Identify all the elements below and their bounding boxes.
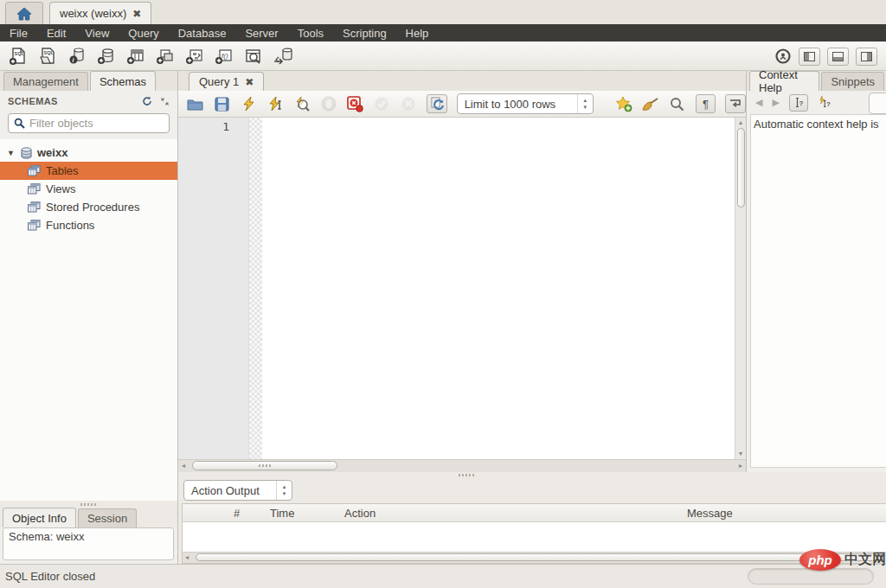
output-scroll-left-icon[interactable]: ◂ [185, 554, 189, 561]
save-icon[interactable] [214, 95, 231, 112]
menu-item-scripting[interactable]: Scripting [333, 25, 396, 42]
scroll-down-icon[interactable]: ▾ [739, 451, 742, 457]
output-col-num[interactable]: # [228, 507, 264, 520]
save-snippet-icon[interactable] [615, 95, 632, 112]
output-selector-dropdown[interactable]: Action Output ▴▾ [183, 480, 292, 501]
toggle-left-panel-button[interactable] [799, 48, 820, 66]
collapse-panel-icon[interactable] [160, 97, 170, 106]
tab-object-info[interactable]: Object Info [3, 508, 76, 527]
tab-schemas[interactable]: Schemas [90, 71, 156, 91]
toggle-bottom-panel-button[interactable] [827, 48, 849, 66]
filter-input[interactable] [29, 117, 164, 130]
tree-node-views[interactable]: Views [0, 180, 177, 198]
tree-node-stored-procedures[interactable]: Stored Procedures [0, 198, 177, 216]
context-help-at-cursor-button[interactable]: ? [789, 94, 808, 112]
create-schema-icon[interactable] [95, 45, 118, 67]
scroll-left-icon[interactable]: ◂ [182, 463, 185, 470]
status-text: SQL Editor closed [5, 570, 95, 583]
execute-current-statement-icon[interactable] [266, 95, 284, 112]
upper-area: Query 1 ✖ [178, 71, 886, 472]
editor-toolbar: Limit to 1000 rows ▴▾ [178, 91, 746, 118]
help-extra-button[interactable] [869, 93, 886, 114]
output-table-body[interactable] [183, 522, 886, 552]
line-number: 1 [222, 120, 229, 133]
search-data-icon[interactable] [242, 45, 265, 67]
connection-tab[interactable]: weixx (weixx) ✖ [49, 2, 151, 24]
scroll-up-icon[interactable]: ▴ [739, 119, 742, 126]
help-forward-icon[interactable]: ▶ [772, 97, 779, 108]
sql-editor[interactable]: 1 ▴ ▾ [178, 118, 746, 459]
output-col-time[interactable]: Time [264, 507, 338, 520]
automatic-context-help-icon[interactable]: ? [818, 96, 831, 109]
execute-icon[interactable] [241, 95, 258, 112]
inspector-icon[interactable]: i [66, 45, 88, 67]
query-tab[interactable]: Query 1 ✖ [189, 72, 264, 91]
open-sql-script-icon[interactable]: SQL [36, 45, 59, 67]
output-horizontal-scrollbar[interactable]: ◂ [183, 552, 886, 563]
output-section: Action Output ▴▾ # Time Action Message [178, 477, 886, 564]
output-col-action[interactable]: Action [338, 507, 681, 520]
bottom-panel-glyph [832, 52, 844, 61]
views-icon [28, 183, 41, 195]
create-view-icon[interactable] [154, 45, 177, 67]
open-file-icon[interactable] [187, 95, 204, 112]
editor-horizontal-scrollbar[interactable]: ◂ ▸ [178, 459, 746, 472]
editor-text-area[interactable] [262, 118, 735, 459]
expander-icon[interactable]: ▼ [7, 149, 16, 157]
create-procedure-icon[interactable] [183, 45, 206, 67]
toggle-right-panel-button[interactable] [856, 48, 877, 66]
home-tab[interactable] [5, 2, 43, 24]
menu-item-tools[interactable]: Tools [288, 25, 333, 42]
dropdown-spinner-icon[interactable]: ▴▾ [577, 94, 593, 113]
toggle-wrap-button[interactable] [725, 94, 746, 113]
tree-node-functions[interactable]: Functions [0, 216, 177, 234]
close-icon[interactable]: ✖ [132, 9, 141, 19]
tree-node-tables[interactable]: Tables [0, 162, 177, 180]
toggle-autocommit-button[interactable] [427, 94, 447, 113]
limit-rows-value: Limit to 1000 rows [465, 98, 556, 111]
create-function-icon[interactable]: f() [213, 45, 235, 67]
watermark-text: 中文网 [844, 551, 886, 569]
menu-item-server[interactable]: Server [235, 25, 287, 42]
output-col-message[interactable]: Message [681, 507, 886, 520]
menu-item-view[interactable]: View [75, 25, 119, 42]
search-icon [14, 118, 25, 129]
create-table-icon[interactable] [125, 45, 147, 67]
find-icon[interactable] [669, 95, 686, 112]
limit-rows-dropdown[interactable]: Limit to 1000 rows ▴▾ [457, 93, 594, 114]
menu-item-query[interactable]: Query [119, 25, 168, 42]
query-tab-close-icon[interactable]: ✖ [245, 77, 254, 87]
sidebar-tabs: Management Schemas [0, 71, 177, 91]
rollback-icon [400, 95, 417, 112]
stop-on-error-toggle-icon[interactable] [347, 95, 364, 112]
new-sql-tab-icon[interactable]: SQL [7, 45, 29, 67]
schemas-header-label: SCHEMAS [8, 96, 58, 106]
beautify-icon[interactable] [642, 95, 659, 112]
right-panel-glyph [861, 52, 872, 61]
editor-vertical-scrollbar[interactable]: ▴ ▾ [735, 118, 746, 459]
filter-row [0, 112, 177, 139]
output-selector-spinner-icon[interactable]: ▴▾ [276, 481, 292, 500]
horizontal-scroll-thumb[interactable] [192, 461, 337, 470]
tab-management[interactable]: Management [3, 72, 88, 91]
output-scroll-thumb[interactable] [196, 553, 882, 561]
editor-column: Query 1 ✖ [178, 71, 746, 472]
output-table-header: # Time Action Message [183, 504, 886, 522]
reconnect-dbms-icon[interactable] [272, 45, 294, 67]
vertical-scroll-thumb[interactable] [737, 128, 745, 208]
menu-item-edit[interactable]: Edit [37, 25, 75, 42]
refresh-icon[interactable] [142, 96, 152, 106]
show-invisibles-button[interactable]: ¶ [696, 94, 716, 113]
menu-item-database[interactable]: Database [169, 25, 236, 42]
schema-tree: ▼ weixx Tables Views [0, 139, 177, 501]
tab-context-help[interactable]: Context Help [749, 71, 819, 91]
tab-session[interactable]: Session [78, 508, 137, 527]
menu-item-help[interactable]: Help [396, 25, 439, 42]
scroll-right-icon[interactable]: ▸ [739, 463, 742, 470]
menu-item-file[interactable]: File [0, 25, 37, 42]
tab-snippets[interactable]: Snippets [821, 72, 884, 91]
help-back-icon[interactable]: ◀ [755, 97, 762, 108]
tree-node-schema[interactable]: ▼ weixx [0, 144, 177, 162]
toolbar-right-group [774, 42, 877, 71]
explain-icon[interactable] [293, 95, 311, 112]
